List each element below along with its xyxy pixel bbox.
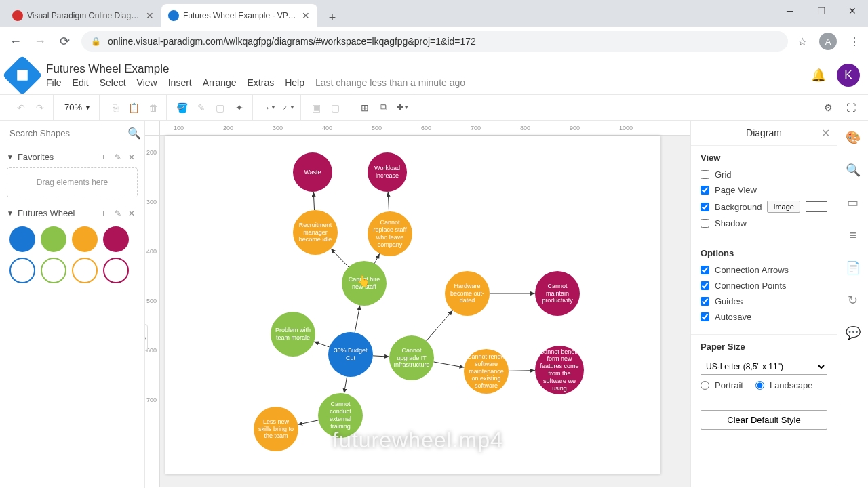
toback-button[interactable]: ▢ — [327, 99, 344, 117]
diagram-node-waste[interactable]: Waste — [293, 152, 332, 192]
close-window-button[interactable]: ✕ — [837, 0, 868, 22]
delete-button[interactable]: 🗑 — [144, 99, 162, 117]
diagram-node-renew[interactable]: Cannot renew software maintenance on exi… — [464, 349, 509, 394]
palette-shape-outline[interactable] — [72, 258, 98, 283]
diagram-node-productivity[interactable]: Cannot maintain productivity — [535, 271, 580, 316]
futures-wheel-header[interactable]: ▼ Futures Wheel + ✎ ✕ — [7, 208, 138, 218]
stroke-button[interactable]: ✎ — [193, 99, 210, 117]
tofront-button[interactable]: ▣ — [308, 99, 326, 117]
palette-shape-outline[interactable] — [41, 258, 66, 283]
diagram-node-recruit[interactable]: Recruitment manager become idle — [293, 210, 338, 255]
palette-shape[interactable] — [9, 226, 35, 252]
guides-checkbox[interactable] — [701, 297, 709, 306]
close-panel-icon[interactable]: ✕ — [821, 127, 830, 140]
diagram-node-skills[interactable]: Less new skills bring to the team — [254, 407, 298, 451]
maximize-button[interactable]: ☐ — [806, 0, 837, 22]
reload-button[interactable]: ⟳ — [57, 34, 72, 49]
waypoint-button[interactable]: ⟋ ▼ — [279, 99, 296, 117]
comments-icon[interactable]: 💬 — [846, 325, 861, 340]
edit-icon[interactable]: ✎ — [115, 152, 124, 162]
diagram-node-workload[interactable]: Workload increase — [368, 152, 407, 192]
menu-insert[interactable]: Insert — [168, 77, 192, 88]
palette-shape-outline[interactable] — [9, 258, 35, 283]
search-icon[interactable]: 🔍 — [127, 127, 141, 140]
close-tab-icon[interactable]: ✕ — [145, 11, 155, 20]
fill-button[interactable]: 🪣 — [174, 99, 191, 117]
favorites-header[interactable]: ▼ Favorites + ✎ ✕ — [7, 152, 138, 162]
format-icon[interactable]: 🎨 — [846, 130, 861, 145]
insert-button[interactable]: + ▼ — [394, 99, 412, 117]
undo-button[interactable]: ↶ — [12, 99, 30, 117]
shadow-button[interactable]: ▢ — [212, 99, 229, 117]
menu-help[interactable]: Help — [285, 77, 304, 88]
search-shapes-input[interactable] — [5, 124, 127, 142]
clear-style-button[interactable]: Clear Default Style — [701, 410, 827, 430]
connector-button[interactable]: → ▼ — [260, 99, 277, 117]
close-icon[interactable]: ✕ — [128, 152, 138, 162]
redo-button[interactable]: ↷ — [31, 99, 49, 117]
landscape-radio[interactable] — [755, 381, 764, 390]
bell-icon[interactable]: 🔔 — [811, 68, 826, 83]
canvas-page[interactable]: 30% Budget CutCannot hire new staffProbl… — [165, 136, 660, 474]
menu-edit[interactable]: Edit — [73, 77, 89, 88]
style-button[interactable]: ✦ — [231, 99, 248, 117]
diagram-node-training[interactable]: Cannot conduct external training — [318, 393, 363, 438]
fullscreen-icon[interactable]: ⛶ — [842, 99, 860, 117]
background-image-button[interactable]: Image — [767, 201, 800, 213]
outline-icon[interactable]: ▭ — [846, 195, 861, 210]
close-icon[interactable]: ✕ — [128, 209, 138, 218]
user-avatar[interactable]: K — [837, 64, 860, 87]
minimize-button[interactable]: ─ — [774, 0, 806, 22]
app-logo-icon[interactable] — [2, 55, 42, 95]
copy-button[interactable]: ⎘ — [106, 99, 124, 117]
shadow-checkbox[interactable] — [701, 219, 709, 228]
palette-shape[interactable] — [72, 226, 98, 252]
points-checkbox[interactable] — [701, 281, 709, 290]
url-field[interactable]: 🔒 online.visual-paradigm.com/w/lkqagfpg/… — [81, 31, 788, 52]
new-tab-button[interactable]: + — [323, 8, 342, 27]
background-color-swatch[interactable] — [806, 201, 827, 212]
document-title[interactable]: Futures Wheel Example — [46, 62, 811, 76]
diagram-node-replace[interactable]: Cannot replace staff who leave company — [368, 211, 412, 256]
browser-tab-1[interactable]: Futures Wheel Example - VP Onl ✕ — [161, 4, 317, 27]
pages-icon[interactable]: 📄 — [846, 260, 861, 275]
menu-arrange[interactable]: Arrange — [203, 77, 237, 88]
palette-shape-outline[interactable] — [103, 258, 129, 283]
edit-icon[interactable]: ✎ — [115, 209, 124, 218]
autosave-checkbox[interactable] — [701, 312, 709, 321]
paper-size-select[interactable]: US-Letter (8,5" x 11") — [701, 359, 827, 375]
back-button[interactable]: ← — [8, 34, 23, 49]
close-tab-icon[interactable]: ✕ — [301, 11, 311, 20]
palette-shape[interactable] — [103, 226, 129, 252]
history-icon[interactable]: ↻ — [846, 293, 861, 308]
pageview-checkbox[interactable] — [701, 186, 709, 195]
arrows-checkbox[interactable] — [701, 266, 709, 274]
settings-icon[interactable]: ⚙ — [819, 99, 837, 117]
browser-tab-0[interactable]: Visual Paradigm Online Diagram ✕ — [5, 4, 161, 27]
diagram-node-hire[interactable]: Cannot hire new staff — [342, 261, 387, 306]
diagram-node-benefit[interactable]: Cannot benefit form new features come fr… — [535, 346, 584, 394]
diagram-node-budget[interactable]: 30% Budget Cut — [328, 332, 373, 377]
menu-extras[interactable]: Extras — [248, 77, 275, 88]
zoom-select[interactable]: 70% ▼ — [60, 102, 95, 113]
diagram-node-hardware[interactable]: Hardware become out-dated — [445, 271, 490, 316]
portrait-radio[interactable] — [701, 381, 709, 390]
canvas[interactable]: 1002003004005006007008009001000 20030040… — [145, 121, 690, 487]
menu-view[interactable]: View — [137, 77, 157, 88]
more-icon[interactable]: ⋮ — [849, 35, 860, 48]
layers-icon[interactable]: ≡ — [846, 228, 861, 243]
background-checkbox[interactable] — [701, 203, 709, 211]
star-icon[interactable]: ☆ — [797, 35, 807, 48]
diagram-node-upgrade[interactable]: Cannot upgrade IT Infrastructure — [389, 336, 434, 380]
add-icon[interactable]: + — [101, 209, 111, 218]
add-icon[interactable]: + — [101, 152, 111, 162]
fit-button[interactable]: ⊞ — [356, 99, 374, 117]
forward-button[interactable]: → — [33, 34, 47, 49]
menu-file[interactable]: File — [46, 77, 62, 88]
last-change-link[interactable]: Last change less than a minute ago — [315, 77, 465, 88]
grid-checkbox[interactable] — [701, 170, 709, 179]
profile-avatar[interactable]: A — [819, 33, 837, 50]
palette-shape[interactable] — [41, 226, 66, 252]
layout-button[interactable]: ⧉ — [375, 99, 393, 117]
paste-button[interactable]: 📋 — [125, 99, 143, 117]
